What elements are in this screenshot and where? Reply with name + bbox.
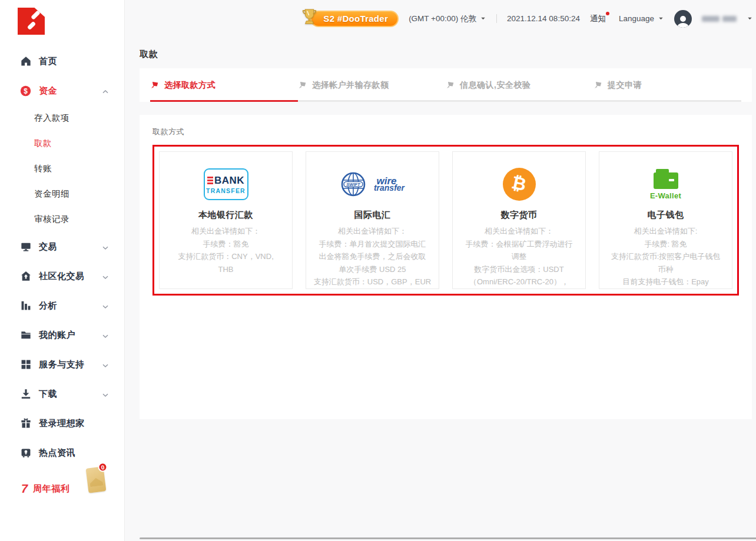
chevron-down-icon	[480, 15, 486, 22]
brand-logo-icon[interactable]	[18, 8, 45, 35]
anniversary-number: 7	[21, 482, 28, 496]
notifications-label: 通知	[590, 14, 606, 23]
user-icon	[675, 14, 691, 28]
method-detail-line: 手续费: 豁免	[603, 238, 728, 251]
sidebar-subitem-transfer[interactable]: 转账	[0, 156, 124, 181]
method-cards: BANK TRANSFER本地银行汇款相关出金详情如下：手续费：豁免支持汇款货币…	[159, 151, 732, 289]
chevron-down-icon	[102, 302, 109, 309]
season-badge-label: S2 #DooTrader	[310, 11, 399, 27]
language-label: Language	[619, 14, 654, 23]
withdrawal-step-2[interactable]: 选择帐户并输存款额	[298, 68, 446, 102]
sidebar-item-trade[interactable]: 交易	[0, 232, 124, 261]
avatar[interactable]	[674, 10, 692, 28]
sidebar-item-label: 首页	[39, 56, 109, 67]
sidebar-item-label: 登录理想家	[39, 418, 109, 429]
step-label: 提交申请	[608, 80, 642, 91]
gift-icon	[20, 418, 31, 429]
sidebar-item-label: 热点资讯	[39, 447, 109, 459]
sidebar-subitem-label: 审核记录	[34, 214, 69, 225]
bank-logo-text: BANK	[214, 175, 244, 187]
method-card-international-wire[interactable]: SWIFT wiretransfer国际电汇相关出金详情如下：手续费：单月首次提…	[306, 151, 439, 289]
funds-icon: $	[20, 85, 31, 97]
bitcoin-icon: ₿	[503, 168, 536, 201]
sidebar-subitem-label: 存入款项	[34, 112, 69, 124]
sidebar-item-label: 社区化交易	[39, 271, 102, 282]
method-details: 相关出金详情如下:手续费: 豁免支持汇款货币:按照客户电子钱包币种目前支持电子钱…	[599, 223, 732, 288]
news-icon	[20, 447, 31, 459]
chevron-down-icon	[102, 331, 109, 338]
red-packet-icon: 0	[86, 466, 107, 493]
chevron-down-icon	[102, 390, 109, 397]
chevron-down-icon	[658, 15, 664, 22]
sidebar-item-ideal-home-login[interactable]: 登录理想家	[0, 409, 124, 438]
timezone-selector[interactable]: (GMT +00:00) 伦敦	[409, 14, 486, 24]
sidebar-subitem-deposit[interactable]: 存入款项	[0, 105, 124, 131]
user-menu-chevron-icon[interactable]	[747, 15, 753, 22]
svg-text:$: $	[24, 87, 28, 95]
step-flag-icon	[150, 81, 159, 89]
top-header: S2 #DooTrader (GMT +00:00) 伦敦 2021.12.14…	[125, 0, 756, 37]
sidebar-item-my-account[interactable]: 我的账户	[0, 320, 124, 350]
content-area: 取款 选择取款方式选择帐户并输存款额信息确认,安全校验提交申请 取款方式 BAN…	[125, 49, 756, 419]
svg-text:SWIFT: SWIFT	[346, 182, 361, 187]
chevron-down-icon	[102, 273, 109, 280]
sidebar-item-label: 服务与支持	[39, 359, 102, 370]
withdrawal-step-3[interactable]: 信息确认,安全校验	[446, 68, 593, 102]
datetime-label: 2021.12.14 08:50:24	[507, 14, 580, 23]
method-logo-area: SWIFT wiretransfer	[306, 161, 439, 207]
method-detail-line: 支持汇款货币：CNY，VND,	[163, 250, 289, 263]
method-detail-line: 数字货币出金选项：USDT	[456, 263, 582, 276]
sidebar-item-analysis[interactable]: 分析	[0, 291, 124, 320]
season-badge[interactable]: S2 #DooTrader	[301, 8, 399, 29]
method-detail-line: 相关出金详情如下：	[310, 225, 435, 238]
step-label: 选择取款方式	[164, 80, 215, 91]
sidebar-subitem-withdrawal[interactable]: 取款	[0, 131, 124, 156]
method-card-local-bank-transfer[interactable]: BANK TRANSFER本地银行汇款相关出金详情如下：手续费：豁免支持汇款货币…	[159, 151, 293, 289]
method-logo-area: E-Wallet	[599, 161, 732, 207]
method-detail-line: 手续费：会根据矿工费浮动进行	[456, 238, 582, 251]
sidebar-nav: 首页$资金存入款项取款转账资金明细审核记录交易社区化交易分析我的账户服务与支持下…	[0, 47, 124, 467]
sidebar-item-download[interactable]: 下载	[0, 379, 124, 409]
method-detail-line: 调整	[456, 250, 582, 263]
section-label: 取款方式	[152, 127, 739, 137]
sidebar-item-services-support[interactable]: 服务与支持	[0, 350, 124, 379]
withdrawal-step-1[interactable]: 选择取款方式	[150, 68, 298, 102]
sidebar-item-home[interactable]: 首页	[0, 47, 124, 76]
sidebar-item-anniversary-benefits[interactable]: 7 周年福利 0	[21, 476, 124, 502]
trophy-icon	[301, 8, 317, 29]
horizontal-scrollbar[interactable]	[140, 537, 756, 539]
method-details: 相关出金详情如下：手续费：会根据矿工费浮动进行调整数字货币出金选项：USDT（O…	[453, 223, 585, 288]
step-label: 信息确认,安全校验	[460, 80, 530, 91]
method-detail-line: 相关出金详情如下:	[603, 225, 728, 238]
bank-bars-icon	[207, 177, 213, 184]
method-title: 国际电汇	[306, 207, 439, 223]
home-icon	[20, 56, 31, 67]
transfer-logo-text: transfer	[374, 184, 404, 192]
withdrawal-step-4[interactable]: 提交申请	[593, 68, 741, 102]
steps-panel: 选择取款方式选择帐户并输存款额信息确认,安全校验提交申请	[140, 68, 752, 102]
sidebar-item-label: 资金	[39, 85, 102, 97]
method-logo-area: ₿	[453, 161, 585, 207]
download-icon	[20, 389, 31, 400]
notification-dot	[606, 12, 609, 15]
method-title: 本地银行汇款	[160, 207, 292, 223]
method-logo-area: BANK TRANSFER	[160, 161, 292, 207]
services-icon	[20, 359, 31, 370]
sidebar-item-label: 分析	[39, 300, 102, 311]
sidebar-item-label: 我的账户	[39, 330, 102, 341]
sidebar-item-community-trade[interactable]: 社区化交易	[0, 261, 124, 291]
step-flag-icon	[298, 81, 307, 89]
sidebar-item-funds[interactable]: $资金	[0, 76, 124, 105]
notifications-button[interactable]: 通知	[590, 14, 609, 24]
method-card-e-wallet[interactable]: E-Wallet电子钱包相关出金详情如下:手续费: 豁免支持汇款货币:按照客户电…	[599, 151, 732, 289]
method-details: 相关出金详情如下：手续费：豁免支持汇款货币：CNY，VND,THB	[160, 223, 292, 276]
timezone-label: (GMT +00:00) 伦敦	[409, 14, 476, 24]
page-title: 取款	[140, 49, 752, 60]
language-selector[interactable]: Language	[619, 14, 664, 23]
sidebar-subitem-funds-history[interactable]: 资金明细	[0, 181, 124, 207]
method-card-digital-currency[interactable]: ₿数字货币相关出金详情如下：手续费：会根据矿工费浮动进行调整数字货币出金选项：U…	[452, 151, 586, 289]
method-detail-line: 相关出金详情如下：	[163, 225, 289, 238]
method-title: 数字货币	[453, 207, 585, 223]
sidebar: 首页$资金存入款项取款转账资金明细审核记录交易社区化交易分析我的账户服务与支持下…	[0, 0, 125, 541]
sidebar-subitem-audit-records[interactable]: 审核记录	[0, 207, 124, 232]
